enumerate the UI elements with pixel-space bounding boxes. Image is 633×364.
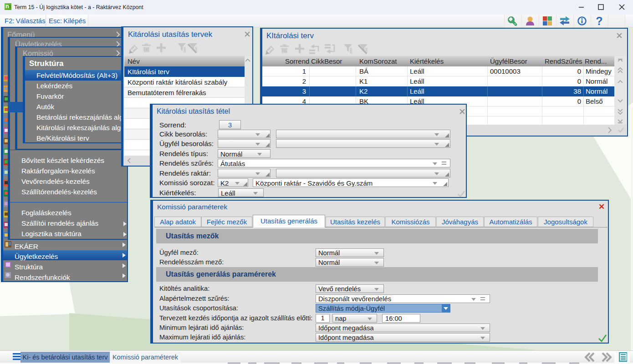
svg-text:?: ? bbox=[596, 15, 602, 27]
